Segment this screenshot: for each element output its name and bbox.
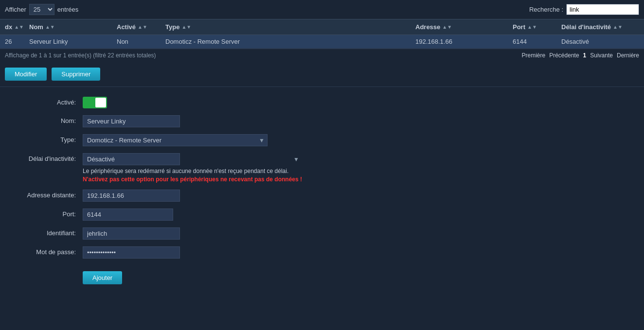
delai-warning-text: N'activez pas cette option pour les péri… bbox=[83, 176, 302, 183]
sort-arrow-active: ▲▼ bbox=[138, 24, 147, 30]
form-row-delai: Délai d'inactivité: Désactivé 1 minute 5… bbox=[15, 153, 629, 183]
adresse-input[interactable] bbox=[83, 190, 180, 202]
table-row[interactable]: 26 Serveur Linky Non Domoticz - Remote S… bbox=[0, 35, 644, 49]
action-buttons: Modifier Supprimer bbox=[0, 62, 644, 87]
afficher-label: Afficher bbox=[5, 6, 26, 13]
nom-input[interactable] bbox=[83, 115, 180, 127]
col-active[interactable]: Activé ▲▼ bbox=[117, 23, 165, 31]
form-row-motdepasse: Mot de passe: bbox=[15, 246, 629, 259]
type-select-wrapper: Domoticz - Remote Server MQTT Serial TCP… bbox=[83, 134, 268, 146]
toggle-container bbox=[83, 97, 107, 108]
entries-select[interactable]: 25 10 50 100 bbox=[29, 4, 54, 15]
active-label: Activé: bbox=[15, 97, 83, 106]
sort-arrow-delai: ▲▼ bbox=[613, 24, 623, 30]
edit-form: Activé: Nom: Type: Domoticz - Remote Ser… bbox=[0, 87, 644, 301]
sort-arrow-adresse: ▲▼ bbox=[442, 24, 452, 30]
sort-arrow-type: ▲▼ bbox=[181, 24, 191, 30]
form-row-type: Type: Domoticz - Remote Server MQTT Seri… bbox=[15, 134, 629, 146]
cell-type: Domoticz - Remote Server bbox=[165, 38, 415, 45]
col-port[interactable]: Port ▲▼ bbox=[513, 23, 561, 31]
supprimer-button[interactable]: Supprimer bbox=[52, 68, 100, 81]
search-input[interactable] bbox=[566, 4, 639, 15]
ajouter-button[interactable]: Ajouter bbox=[83, 271, 122, 284]
pagination-precedente[interactable]: Précédente bbox=[549, 52, 579, 59]
pagination-premiere[interactable]: Première bbox=[522, 52, 546, 59]
nom-label: Nom: bbox=[15, 115, 83, 124]
sort-arrow-idx: ▲▼ bbox=[14, 24, 24, 30]
sort-arrow-nom: ▲▼ bbox=[45, 24, 55, 30]
delai-select[interactable]: Désactivé 1 minute 5 minutes 10 minutes … bbox=[83, 153, 180, 165]
table-header: dx ▲▼ Nom ▲▼ Activé ▲▼ Type ▲▼ Adresse ▲… bbox=[0, 19, 644, 35]
pagination-info: Affichage de 1 à 1 sur 1 entrée(s) (filt… bbox=[5, 52, 156, 59]
form-row-adresse: Adresse distante: bbox=[15, 190, 629, 202]
identifiant-label: Identifiant: bbox=[15, 227, 83, 237]
form-row-port: Port: bbox=[15, 208, 629, 221]
pagination-links: Première Précédente 1 Suivante Dernière bbox=[522, 52, 640, 59]
pagination-page[interactable]: 1 bbox=[583, 52, 587, 59]
cell-port: 6144 bbox=[513, 38, 561, 45]
entries-control: Afficher 25 10 50 100 entrées bbox=[5, 4, 78, 15]
form-row-active: Activé: bbox=[15, 97, 629, 108]
delai-info-text: Le périphérique sera redémarré si aucune… bbox=[83, 168, 302, 174]
col-type[interactable]: Type ▲▼ bbox=[165, 23, 415, 31]
identifiant-input[interactable] bbox=[83, 227, 180, 240]
pagination-derniere[interactable]: Dernière bbox=[617, 52, 639, 59]
pagination-suivante[interactable]: Suivante bbox=[590, 52, 613, 59]
motdepasse-label: Mot de passe: bbox=[15, 246, 83, 256]
cell-idx: 26 bbox=[5, 38, 29, 45]
col-nom[interactable]: Nom ▲▼ bbox=[29, 23, 117, 31]
motdepasse-input[interactable] bbox=[83, 246, 180, 259]
cell-adresse: 192.168.1.66 bbox=[415, 38, 513, 45]
form-row-nom: Nom: bbox=[15, 115, 629, 127]
cell-active: Non bbox=[117, 38, 165, 45]
active-toggle[interactable] bbox=[83, 97, 107, 108]
adresse-label: Adresse distante: bbox=[15, 190, 83, 199]
cell-nom: Serveur Linky bbox=[29, 38, 117, 45]
col-adresse[interactable]: Adresse ▲▼ bbox=[415, 23, 513, 31]
top-bar: Afficher 25 10 50 100 entrées Recherche … bbox=[0, 0, 644, 19]
type-select[interactable]: Domoticz - Remote Server MQTT Serial TCP… bbox=[83, 134, 268, 146]
recherche-label: Recherche : bbox=[529, 6, 563, 13]
port-label: Port: bbox=[15, 208, 83, 218]
sort-arrow-port: ▲▼ bbox=[527, 24, 537, 30]
type-label: Type: bbox=[15, 134, 83, 143]
delai-select-wrapper: Désactivé 1 minute 5 minutes 10 minutes … bbox=[83, 153, 302, 165]
cell-delai: Désactivé bbox=[561, 38, 639, 45]
search-control: Recherche : bbox=[529, 4, 639, 15]
entrees-label: entrées bbox=[57, 6, 78, 13]
pagination-bar: Affichage de 1 à 1 sur 1 entrée(s) (filt… bbox=[0, 49, 644, 62]
col-delai[interactable]: Délai d'inactivité ▲▼ bbox=[561, 23, 639, 31]
delai-label: Délai d'inactivité: bbox=[15, 153, 83, 162]
form-row-identifiant: Identifiant: bbox=[15, 227, 629, 240]
modifier-button[interactable]: Modifier bbox=[5, 68, 47, 81]
col-idx[interactable]: dx ▲▼ bbox=[5, 23, 29, 31]
port-input[interactable] bbox=[83, 208, 173, 221]
form-row-ajouter: Ajouter bbox=[83, 266, 629, 284]
toggle-thumb bbox=[95, 98, 106, 107]
delai-select-arrow: ▼ bbox=[293, 156, 299, 163]
